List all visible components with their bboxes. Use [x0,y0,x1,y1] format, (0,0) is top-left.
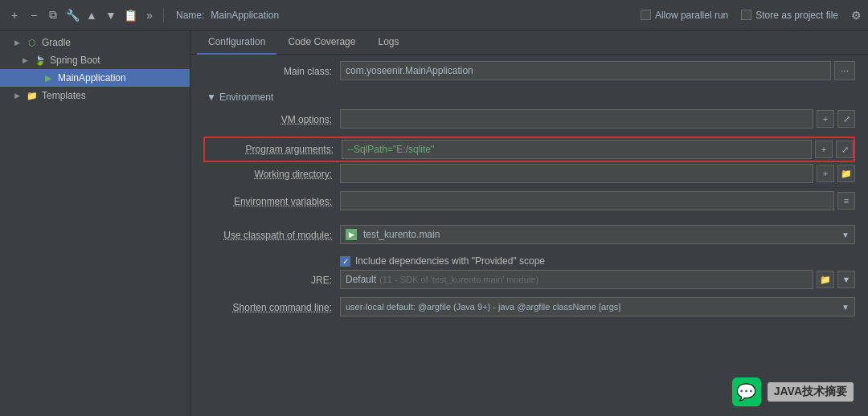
program-args-label: Program arguments: [205,140,342,155]
shorten-field: user-local default: @argfile (Java 9+) -… [340,297,855,316]
up-icon[interactable]: ▲ [84,7,100,23]
watermark-text: JAVA技术摘要 [768,382,854,402]
templates-label: Templates [42,90,86,101]
shorten-label: Shorten command line: [203,297,340,313]
form-content: Main class: ··· ▼ Environment VM options… [190,55,868,416]
separator [163,8,164,22]
copy-icon[interactable]: ⧉ [45,7,61,23]
vm-expand-btn[interactable]: ⤢ [837,110,855,128]
environment-section[interactable]: ▼ Environment [203,88,855,106]
main-area: ▶ ⬡ Gradle ▶ 🍃 Spring Boot ▶ MainApplica… [0,31,868,416]
store-project-group[interactable]: Store as project file [741,10,838,21]
working-dir-label: Working directory: [203,164,340,180]
gradle-arrow: ▶ [14,39,23,47]
gradle-label: Gradle [42,37,71,48]
tab-logs[interactable]: Logs [366,31,410,55]
main-app-arrow [31,74,39,82]
name-label: Name: [176,10,204,21]
settings-icon[interactable]: ⚙ [851,9,862,22]
vm-options-row: VM options: + ⤢ [203,109,855,133]
program-args-field: + ⤢ [342,140,854,159]
working-dir-row: Working directory: + 📁 [203,164,855,188]
wrench-icon[interactable]: 🔧 [64,7,80,23]
store-project-label: Store as project file [755,10,838,21]
toolbar: + − ⧉ 🔧 ▲ ▼ 📋 » Name: MainApplication Al… [0,0,868,31]
env-arrow: ▼ [207,92,216,103]
run-icon: ▶ [42,71,55,84]
include-deps-label: Include dependencies with "Provided" sco… [355,255,545,267]
tabs-bar: Configuration Code Coverage Logs [190,31,868,55]
tab-code-coverage[interactable]: Code Coverage [276,31,366,55]
vm-options-field: + ⤢ [340,109,855,128]
classpath-dropdown[interactable]: ▶ test_kurento.main ▼ [340,225,855,244]
dir-browse-btn[interactable]: 📁 [837,165,855,182]
allow-parallel-group[interactable]: Allow parallel run [641,10,728,21]
jre-default: Default [346,274,376,285]
jre-label: JRE: [203,270,340,286]
include-deps-checkbox[interactable]: ✓ [340,256,350,267]
main-application-label: MainApplication [58,72,126,84]
sidebar-item-gradle[interactable]: ▶ ⬡ Gradle [0,34,190,51]
sidebar-item-templates[interactable]: ▶ 📁 Templates [0,87,190,104]
store-project-checkbox[interactable] [741,10,751,20]
program-args-row: Program arguments: + ⤢ [203,137,855,162]
sidebar-item-main-application[interactable]: ▶ MainApplication [0,69,190,87]
main-class-row: Main class: ··· [203,61,855,85]
dropdown-arrow-icon: ▼ [841,230,850,239]
allow-parallel-label: Allow parallel run [655,10,728,21]
wechat-icon: 💬 [732,377,761,406]
jre-dropdown-btn[interactable]: ▼ [837,271,855,288]
module-icon: ▶ [346,229,357,240]
jre-browse-btn[interactable]: 📁 [817,271,834,288]
args-add-btn[interactable]: + [815,141,833,158]
working-dir-field: + 📁 [340,164,855,183]
main-class-label: Main class: [203,61,340,77]
env-edit-btn[interactable]: ≡ [837,192,855,210]
args-expand-btn[interactable]: ⤢ [836,141,854,158]
tab-configuration[interactable]: Configuration [197,31,276,55]
classpath-row: Use classpath of module: ▶ test_kurento.… [203,225,855,249]
main-class-browse-btn[interactable]: ··· [834,61,855,80]
move-icon[interactable]: 📋 [122,7,138,23]
down-icon[interactable]: ▼ [103,7,119,23]
name-value: MainApplication [211,10,279,21]
shorten-value: user-local default: @argfile (Java 9+) -… [346,302,620,312]
env-vars-row: Environment variables: ≡ [203,191,855,215]
allow-parallel-checkbox[interactable] [641,10,651,20]
jre-detail: (11 - SDK of 'test_kurento.main' module) [379,275,538,284]
watermark: 💬 JAVA技术摘要 [732,377,854,406]
program-args-input[interactable] [342,140,812,159]
shorten-row: Shorten command line: user-local default… [203,297,855,321]
shorten-dropdown[interactable]: user-local default: @argfile (Java 9+) -… [340,297,855,316]
include-deps-row[interactable]: ✓ Include dependencies with "Provided" s… [340,252,855,270]
more-icon[interactable]: » [141,7,158,23]
env-vars-label: Environment variables: [203,191,340,207]
folder-icon: 📁 [26,89,39,102]
vm-options-input[interactable] [340,109,813,128]
vm-add-btn[interactable]: + [817,110,834,128]
spring-icon: 🍃 [34,54,47,67]
jre-dropdown[interactable]: Default (11 - SDK of 'test_kurento.main'… [340,270,813,289]
spring-label: Spring Boot [50,55,100,66]
classpath-module: test_kurento.main [363,229,440,240]
toolbar-right: Allow parallel run Store as project file… [641,9,862,22]
spring-arrow: ▶ [23,56,31,64]
env-vars-input[interactable] [340,191,834,210]
add-icon[interactable]: + [6,7,23,23]
gradle-icon: ⬡ [26,36,39,49]
jre-field: Default (11 - SDK of 'test_kurento.main'… [340,270,855,289]
jre-row: JRE: Default (11 - SDK of 'test_kurento.… [203,270,855,294]
templates-arrow: ▶ [14,92,23,100]
classpath-label: Use classpath of module: [203,225,340,241]
remove-icon[interactable]: − [26,7,42,23]
main-class-input[interactable] [340,61,831,80]
working-dir-input[interactable] [340,164,813,183]
environment-label: Environment [219,92,273,103]
main-class-field: ··· [340,61,855,80]
sidebar-item-spring-boot[interactable]: ▶ 🍃 Spring Boot [0,51,190,69]
vm-options-label: VM options: [203,109,340,125]
shorten-dropdown-arrow-icon: ▼ [841,303,850,312]
dir-add-btn[interactable]: + [817,165,834,182]
classpath-field: ▶ test_kurento.main ▼ [340,225,855,244]
right-panel: Configuration Code Coverage Logs Main cl… [190,31,868,416]
